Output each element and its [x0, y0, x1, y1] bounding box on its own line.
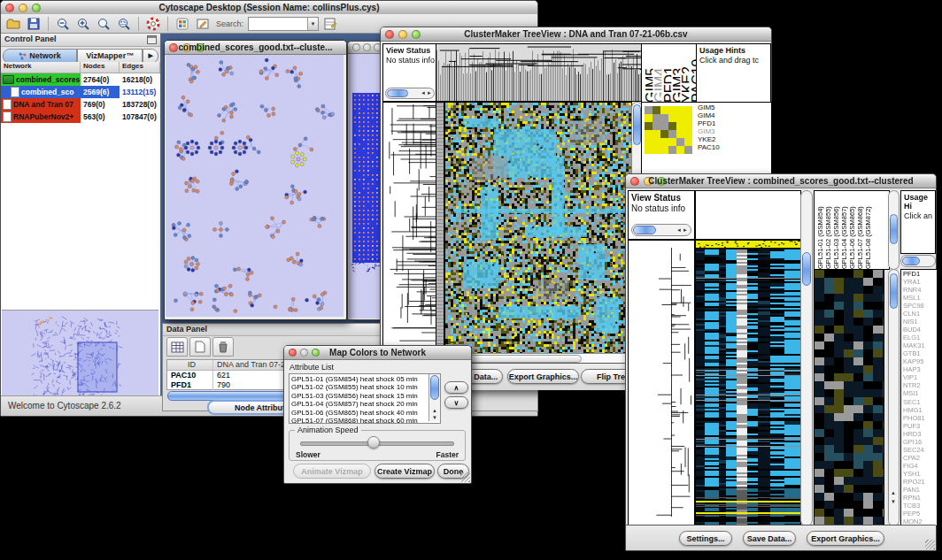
- tab-vizmapper[interactable]: VizMapper™: [77, 49, 143, 64]
- slider-thumb[interactable]: [367, 436, 380, 449]
- list-item[interactable]: GPL51-07 (GSM868) heat shock 60 min: [291, 417, 429, 423]
- zoom-selected-icon[interactable]: [95, 16, 112, 32]
- list-item[interactable]: PAC10: [698, 143, 771, 151]
- list-item[interactable]: GIM3: [671, 44, 680, 103]
- list-item[interactable]: HMG1: [903, 406, 937, 414]
- table-mode-icon[interactable]: [166, 337, 188, 357]
- heatmap-canvas[interactable]: [444, 102, 632, 355]
- list-item[interactable]: ELG1: [903, 334, 937, 341]
- gene-list-scrollbar[interactable]: ▲▼: [888, 269, 900, 526]
- heatmap-vscrollbar[interactable]: [800, 190, 813, 526]
- list-item[interactable]: GPL51-06 (GSM865): [848, 191, 856, 269]
- column-dendrogram-area[interactable]: [695, 190, 801, 240]
- float-panel-icon[interactable]: [147, 35, 157, 44]
- list-item[interactable]: GIM4: [652, 44, 661, 103]
- list-item[interactable]: PFD1: [662, 44, 671, 103]
- list-item[interactable]: BUD4: [903, 326, 937, 334]
- list-item[interactable]: TCB3: [903, 502, 937, 510]
- network-table-row[interactable]: combined_sco2569(6)13112(15): [1, 86, 160, 98]
- settings-button[interactable]: Settings...: [679, 531, 732, 546]
- col-nodes[interactable]: Nodes: [81, 62, 120, 73]
- list-item[interactable]: YRA1: [903, 278, 937, 286]
- list-item[interactable]: GPL51-01 (GSM854) heat shock 05 min: [291, 375, 429, 383]
- list-item[interactable]: HAP3: [903, 365, 937, 373]
- zoom-fit-icon[interactable]: [115, 16, 133, 32]
- network-table-row[interactable]: combined_scores2764(0)16218(0): [1, 73, 160, 86]
- open-session-icon[interactable]: [4, 16, 22, 32]
- list-item[interactable]: GPL51-06 (GSM865) heat shock 40 min: [291, 409, 429, 417]
- usage-hints-scrollbar[interactable]: [900, 255, 936, 267]
- help-lifering-icon[interactable]: [144, 16, 162, 32]
- list-item[interactable]: MSL1: [903, 294, 937, 302]
- move-down-button[interactable]: ∨: [444, 396, 468, 409]
- list-item[interactable]: YSH1: [903, 470, 937, 478]
- gene-dendrogram-canvas[interactable]: [628, 240, 695, 526]
- list-item[interactable]: RPN1: [903, 494, 937, 502]
- list-item[interactable]: GPL51-02 (GSM855) heat shock 10 min: [291, 383, 429, 391]
- network-overview-canvas[interactable]: [2, 310, 158, 396]
- save-session-icon[interactable]: [25, 16, 42, 32]
- animate-vizmap-button[interactable]: Animate Vizmap: [293, 464, 371, 479]
- list-item[interactable]: RPO21: [903, 478, 937, 486]
- col-network[interactable]: Network: [1, 62, 81, 73]
- network-table-header[interactable]: Network Nodes Edges: [1, 62, 160, 73]
- network-graph-canvas[interactable]: [166, 55, 344, 317]
- list-item[interactable]: GPL51-04 (GSM857): [840, 191, 848, 269]
- list-item[interactable]: GPL51-01 (GSM854): [816, 191, 824, 269]
- list-item[interactable]: SEC24: [903, 446, 937, 454]
- delete-attribute-icon[interactable]: [212, 337, 234, 357]
- attribute-editor-icon[interactable]: [321, 16, 339, 32]
- gene-dendrogram-canvas[interactable]: [382, 102, 437, 355]
- list-item[interactable]: RNR4: [903, 286, 937, 294]
- heatmap-canvas[interactable]: [695, 240, 801, 526]
- view-status-scrollbar[interactable]: ◄►: [385, 88, 435, 99]
- list-item[interactable]: NTR2: [903, 381, 937, 389]
- list-item[interactable]: MSI1: [903, 389, 937, 397]
- col-id[interactable]: ID: [167, 360, 213, 370]
- list-item[interactable]: GPL51-03 (GSM856): [832, 191, 840, 269]
- zoom-in-icon[interactable]: [74, 16, 92, 32]
- zoom-out-icon[interactable]: [54, 16, 72, 32]
- column-dendrogram-canvas[interactable]: [436, 43, 643, 102]
- network-view-titlebar[interactable]: combined_scores_good.txt--cluste...: [165, 41, 346, 55]
- list-item[interactable]: PUF3: [903, 422, 937, 430]
- col-edges[interactable]: Edges: [120, 62, 160, 73]
- list-item[interactable]: PEP5: [903, 510, 937, 518]
- resize-grip[interactable]: [925, 540, 935, 549]
- minimize-button[interactable]: [363, 43, 371, 51]
- list-item[interactable]: PFD1: [698, 119, 771, 127]
- export-graphics-button[interactable]: Export Graphics...: [807, 531, 884, 546]
- list-item[interactable]: YKE2: [680, 44, 689, 103]
- list-item[interactable]: GIM5: [698, 104, 771, 111]
- list-item[interactable]: GPL51-03 (GSM856) heat shock 15 min: [291, 392, 429, 400]
- list-item[interactable]: GIM3: [698, 127, 771, 135]
- list-item[interactable]: GPI16: [903, 438, 937, 446]
- column-labels-scrollbar[interactable]: [888, 190, 900, 270]
- close-button[interactable]: [352, 43, 360, 51]
- view-status-scrollbar[interactable]: ◄►: [631, 224, 691, 236]
- tab-more-button[interactable]: ▶: [143, 49, 158, 64]
- treeview1-titlebar[interactable]: ClusterMaker TreeView : DNA and Tran 07-…: [381, 27, 771, 42]
- list-item[interactable]: PHO81: [903, 414, 937, 422]
- list-item[interactable]: PFD1: [903, 270, 937, 278]
- list-item[interactable]: NIS1: [903, 318, 937, 326]
- selection-matrix-canvas[interactable]: [645, 106, 692, 154]
- dialog-titlebar[interactable]: Map Colors to Network: [284, 346, 471, 360]
- main-titlebar[interactable]: Cytoscape Desktop (Session Name: collins…: [1, 1, 537, 15]
- move-up-button[interactable]: ∧: [444, 381, 468, 394]
- export-graphics-button[interactable]: Export Graphics...: [507, 369, 579, 384]
- list-item[interactable]: GPL51-02 (GSM855): [824, 191, 832, 269]
- list-item[interactable]: CPA2: [903, 454, 937, 462]
- list-item[interactable]: VIP1: [903, 373, 937, 381]
- list-item[interactable]: GPL51-08 (GSM872): [864, 191, 872, 269]
- save-data-button[interactable]: Save Data...: [743, 531, 796, 546]
- vizmapper-icon[interactable]: [174, 16, 191, 32]
- new-attribute-icon[interactable]: [189, 337, 211, 357]
- list-item[interactable]: SEC1: [903, 398, 937, 406]
- list-item[interactable]: KAP95: [903, 357, 937, 365]
- tab-network[interactable]: Network: [3, 49, 77, 64]
- create-vizmap-button[interactable]: Create Vizmap: [374, 464, 435, 479]
- network-table-row[interactable]: DNA and Tran 07769(0)183728(0): [1, 98, 160, 111]
- search-input[interactable]: [249, 19, 307, 29]
- treeview2-titlebar[interactable]: ClusterMaker TreeView : combined_scores_…: [626, 174, 936, 188]
